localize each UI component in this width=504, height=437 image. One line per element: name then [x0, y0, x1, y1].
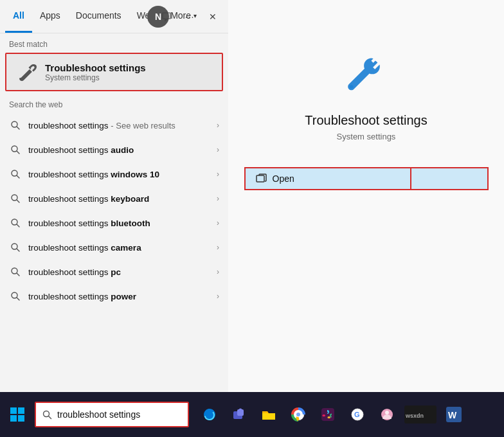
detail-title: Troubleshoot settings	[305, 113, 427, 128]
chevron-right-icon: ›	[217, 243, 219, 252]
svg-point-31	[296, 413, 300, 416]
svg-line-12	[17, 249, 19, 251]
chrome-icon[interactable]	[285, 402, 311, 427]
search-icon	[9, 192, 22, 205]
result-text: troubleshoot settings camera	[28, 243, 217, 253]
best-match-label: Best match	[0, 33, 228, 53]
chevron-right-icon: ›	[217, 145, 219, 154]
svg-point-27	[239, 409, 242, 412]
chevron-right-icon: ›	[217, 194, 219, 203]
search-icon	[9, 217, 22, 229]
taskbar: troubleshoot settings	[0, 392, 504, 437]
chevron-right-icon: ›	[217, 170, 219, 179]
taskbar-search-box[interactable]: troubleshoot settings	[35, 402, 189, 427]
header-actions: ··· ✕	[156, 0, 228, 33]
svg-rect-21	[10, 415, 17, 422]
chevron-right-icon: ›	[217, 267, 219, 276]
google-icon[interactable]: G	[345, 402, 370, 427]
list-item[interactable]: troubleshoot settings audio ›	[0, 138, 228, 162]
result-text: troubleshoot settings audio	[28, 145, 217, 155]
search-panel: All Apps Documents Web More ▾ N ··· ✕	[0, 0, 228, 392]
search-icon	[9, 168, 22, 181]
result-text: troubleshoot settings pc	[28, 267, 217, 277]
tabs-bar: All Apps Documents Web More ▾ N ··· ✕	[0, 0, 228, 33]
result-text: troubleshoot settings windows 10	[28, 170, 217, 179]
svg-line-4	[17, 151, 19, 154]
svg-rect-22	[18, 415, 24, 422]
svg-line-6	[17, 175, 19, 178]
result-text: troubleshoot settings keyboard	[28, 194, 217, 204]
svg-point-36	[385, 411, 389, 415]
list-item[interactable]: troubleshoot settings - See web results …	[0, 113, 228, 138]
close-button[interactable]: ✕	[203, 6, 223, 27]
start-button[interactable]	[5, 402, 30, 427]
teams-icon[interactable]	[226, 402, 252, 427]
edge-icon[interactable]	[197, 402, 222, 427]
list-item[interactable]: troubleshoot settings windows 10 ›	[0, 162, 228, 186]
search-icon	[9, 143, 22, 156]
list-item[interactable]: troubleshoot settings power ›	[0, 284, 228, 308]
best-match-title: Troubleshoot settings	[45, 62, 146, 73]
file-explorer-icon[interactable]	[256, 402, 282, 427]
windows-icon	[10, 407, 24, 422]
tab-documents[interactable]: Documents	[68, 0, 129, 33]
tab-all[interactable]: All	[5, 0, 32, 33]
svg-rect-19	[10, 407, 17, 414]
list-item[interactable]: troubleshoot settings pc ›	[0, 260, 228, 284]
tab-apps[interactable]: Apps	[32, 0, 68, 33]
svg-line-14	[17, 273, 19, 276]
list-item[interactable]: troubleshoot settings camera ›	[0, 235, 228, 260]
search-icon	[9, 290, 22, 303]
detail-subtitle: System settings	[337, 132, 396, 141]
result-text: troubleshoot settings - See web results	[28, 121, 217, 130]
search-icon	[9, 241, 22, 254]
open-icon	[256, 174, 267, 184]
detail-wrench-icon	[334, 39, 399, 103]
chevron-right-icon: ›	[217, 292, 219, 301]
web-section: Search the web troubleshoot settings - S…	[0, 91, 228, 308]
svg-line-8	[17, 200, 19, 202]
svg-text:G: G	[354, 411, 360, 418]
more-options-button[interactable]: ···	[179, 6, 200, 27]
svg-rect-18	[256, 175, 264, 182]
slack-icon[interactable]	[315, 402, 341, 427]
ellipsis-icon: ···	[185, 12, 195, 22]
photo-icon[interactable]	[374, 402, 400, 427]
svg-text:wsxdn: wsxdn	[405, 413, 424, 419]
svg-rect-20	[18, 407, 24, 414]
close-icon: ✕	[209, 12, 217, 22]
detail-panel: Troubleshoot settings System settings Op…	[228, 0, 504, 392]
open-label: Open	[273, 174, 294, 184]
wrench-icon	[15, 60, 39, 84]
taskbar-search-text: troubleshoot settings	[57, 409, 140, 420]
result-text: troubleshoot settings bluetooth	[28, 219, 217, 228]
web-section-label: Search the web	[0, 94, 228, 113]
list-item[interactable]: troubleshoot settings keyboard ›	[0, 186, 228, 211]
svg-line-10	[17, 224, 19, 227]
svg-line-24	[49, 416, 51, 418]
chevron-right-icon: ›	[217, 219, 219, 227]
search-icon	[9, 119, 22, 132]
svg-text:W: W	[448, 410, 457, 420]
best-match-text: Troubleshoot settings System settings	[45, 62, 146, 82]
feedback-button[interactable]	[156, 6, 177, 27]
taskbar-search-icon	[42, 410, 52, 420]
results-area: Best match Troubleshoot settings System …	[0, 33, 228, 392]
search-icon	[9, 265, 22, 278]
wsxdn-icon[interactable]: wsxdn	[404, 402, 437, 427]
best-match-item[interactable]: Troubleshoot settings System settings	[5, 53, 223, 91]
taskbar-icons: G wsxdn W	[197, 402, 467, 427]
best-match-subtitle: System settings	[45, 73, 146, 82]
list-item[interactable]: troubleshoot settings bluetooth ›	[0, 211, 228, 235]
chevron-right-icon: ›	[217, 121, 219, 130]
word-icon[interactable]: W	[441, 402, 467, 427]
result-text: troubleshoot settings power	[28, 292, 217, 301]
svg-line-2	[17, 127, 19, 129]
svg-line-16	[17, 298, 19, 300]
open-button[interactable]: Open	[244, 167, 411, 190]
svg-point-17	[349, 85, 352, 88]
